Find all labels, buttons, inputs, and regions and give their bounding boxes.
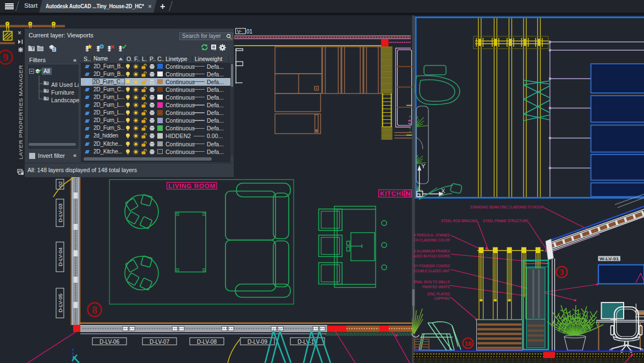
svg-text:PAINTED WHITE: PAINTED WHITE (422, 284, 450, 289)
svg-text:DOUBLE GLAZED UNIT: DOUBLE GLAZED UNIT (414, 268, 450, 273)
svg-text:D-LV-08: D-LV-08 (197, 339, 217, 345)
svg-text:STEEL FRAME STRUCTURE: STEEL FRAME STRUCTURE (483, 218, 529, 223)
svg-text:AZED BI-FOLD DOORS: AZED BI-FOLD DOORS (414, 254, 450, 258)
svg-text:8: 8 (92, 304, 97, 316)
svg-text:LAYER PROPERTIES MANAGER: LAYER PROPERTIES MANAGER (18, 65, 24, 160)
svg-text:3: 3 (560, 268, 564, 277)
svg-text:W-LV-01: W-LV-01 (599, 256, 619, 261)
svg-text:KITCHEN: KITCHEN (380, 190, 410, 197)
svg-text:CH CLADDING COLOR: CH CLADDING COLOR (414, 238, 450, 243)
svg-text:D-LV-05: D-LV-05 (57, 294, 63, 312)
svg-text:D-LV-09: D-LV-09 (247, 339, 267, 345)
svg-text:CAPPING: CAPPING (434, 296, 450, 301)
svg-text:X: X (441, 188, 445, 194)
svg-text:01: 01 (246, 29, 253, 35)
svg-text:Y: Y (421, 163, 426, 169)
svg-text:LIVING ROOM: LIVING ROOM (168, 183, 215, 189)
svg-text:STEEL ROD BRACING: STEEL ROD BRACING (441, 218, 477, 223)
svg-text:D-LV-06: D-LV-06 (100, 339, 119, 345)
svg-text:STANDING SEAM ZINC CLADDING TO: STANDING SEAM ZINC CLADDING TO ROOF (470, 205, 544, 210)
svg-text:D-LV-04: D-LV-04 (57, 248, 63, 266)
svg-text:D-LV-03: D-LV-03 (57, 204, 63, 222)
svg-text:D-LV-07: D-LV-07 (150, 339, 169, 345)
svg-text:9: 9 (3, 52, 8, 63)
svg-text:10: 10 (465, 340, 472, 348)
svg-text:V-: V- (237, 29, 242, 34)
